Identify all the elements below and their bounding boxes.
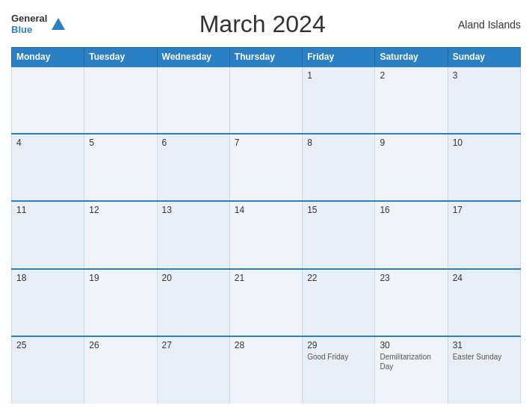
day-number: 6 <box>162 137 225 148</box>
day-number: 7 <box>235 137 297 148</box>
calendar-day-cell: 21 <box>229 269 302 336</box>
calendar-day-cell: 30Demilitarization Day <box>375 336 448 404</box>
calendar-day-cell: 5 <box>84 134 157 201</box>
calendar-day-cell: 10 <box>448 134 520 201</box>
calendar-day-cell: 29Good Friday <box>303 336 375 404</box>
day-number: 4 <box>16 137 79 148</box>
logo: General Blue <box>11 13 66 35</box>
logo-general: General <box>11 13 47 24</box>
calendar-day-cell: 27 <box>157 336 229 404</box>
calendar-day-cell: 24 <box>448 269 520 336</box>
calendar-week-row: 18192021222324 <box>12 269 521 336</box>
day-number: 29 <box>307 340 370 350</box>
calendar-title: March 2024 <box>200 10 326 38</box>
calendar-day-cell: 26 <box>84 336 157 404</box>
logo-flag-icon <box>50 16 66 33</box>
day-number: 24 <box>453 273 516 283</box>
day-number: 28 <box>235 340 297 350</box>
calendar-week-row: 123 <box>12 67 521 134</box>
day-number: 19 <box>89 273 152 283</box>
day-number: 1 <box>307 70 370 81</box>
day-number: 16 <box>380 205 442 215</box>
day-number: 21 <box>235 273 297 283</box>
day-event: Demilitarization Day <box>380 352 442 371</box>
day-number: 5 <box>89 137 152 148</box>
calendar-week-row: 2526272829Good Friday30Demilitarization … <box>12 336 521 404</box>
day-number: 18 <box>16 273 79 283</box>
calendar-day-cell: 20 <box>157 269 229 336</box>
calendar-day-cell: 3 <box>448 67 520 134</box>
logo-text: General Blue <box>11 13 47 35</box>
calendar-day-cell: 16 <box>375 201 448 268</box>
weekday-header-sunday: Sunday <box>448 48 520 67</box>
day-event: Easter Sunday <box>453 352 516 362</box>
weekday-header-monday: Monday <box>12 48 84 67</box>
calendar-day-cell: 18 <box>12 269 84 336</box>
calendar-week-row: 45678910 <box>12 134 521 201</box>
day-number: 20 <box>162 273 225 283</box>
day-number: 22 <box>307 273 370 283</box>
calendar-day-cell <box>229 67 302 134</box>
calendar-day-cell: 22 <box>303 269 375 336</box>
weekday-header-thursday: Thursday <box>229 48 302 67</box>
calendar-day-cell: 28 <box>229 336 302 404</box>
calendar-day-cell: 17 <box>448 201 520 268</box>
calendar-page: General Blue March 2024 Aland Islands Mo… <box>0 0 532 411</box>
weekday-header-saturday: Saturday <box>375 48 448 67</box>
calendar-day-cell: 6 <box>157 134 229 201</box>
calendar-day-cell: 1 <box>303 67 375 134</box>
day-event: Good Friday <box>307 352 370 362</box>
svg-marker-0 <box>52 18 65 30</box>
day-number: 2 <box>380 70 442 81</box>
calendar-day-cell: 7 <box>229 134 302 201</box>
day-number: 11 <box>16 205 79 215</box>
calendar-day-cell: 12 <box>84 201 157 268</box>
day-number: 10 <box>453 137 516 148</box>
day-number: 31 <box>453 340 516 350</box>
calendar-day-cell: 13 <box>157 201 229 268</box>
calendar-day-cell: 9 <box>375 134 448 201</box>
day-number: 13 <box>162 205 225 215</box>
day-number: 26 <box>89 340 152 350</box>
calendar-day-cell: 8 <box>303 134 375 201</box>
calendar-day-cell: 4 <box>12 134 84 201</box>
day-number: 15 <box>307 205 370 215</box>
calendar-day-cell: 23 <box>375 269 448 336</box>
calendar-day-cell <box>84 67 157 134</box>
day-number: 14 <box>235 205 297 215</box>
day-number: 27 <box>162 340 225 350</box>
weekday-header-friday: Friday <box>303 48 375 67</box>
calendar-header: General Blue March 2024 Aland Islands <box>11 7 521 41</box>
day-number: 23 <box>380 273 442 283</box>
day-number: 8 <box>307 137 370 148</box>
day-number: 9 <box>380 137 442 148</box>
weekday-header-tuesday: Tuesday <box>84 48 157 67</box>
day-number: 25 <box>16 340 79 350</box>
calendar-day-cell: 19 <box>84 269 157 336</box>
day-number: 30 <box>380 340 442 350</box>
day-number: 12 <box>89 205 152 215</box>
calendar-day-cell <box>12 67 84 134</box>
calendar-day-cell: 14 <box>229 201 302 268</box>
calendar-day-cell: 15 <box>303 201 375 268</box>
logo-blue: Blue <box>11 25 47 35</box>
calendar-week-row: 11121314151617 <box>12 201 521 268</box>
weekday-header-row: MondayTuesdayWednesdayThursdayFridaySatu… <box>12 48 521 67</box>
weekday-header-wednesday: Wednesday <box>157 48 229 67</box>
calendar-day-cell: 2 <box>375 67 448 134</box>
calendar-day-cell: 31Easter Sunday <box>448 336 520 404</box>
calendar-day-cell <box>157 67 229 134</box>
day-number: 3 <box>453 70 516 81</box>
calendar-day-cell: 11 <box>12 201 84 268</box>
calendar-table: MondayTuesdayWednesdayThursdayFridaySatu… <box>11 47 521 404</box>
region-label: Aland Islands <box>458 19 521 31</box>
day-number: 17 <box>453 205 516 215</box>
calendar-day-cell: 25 <box>12 336 84 404</box>
